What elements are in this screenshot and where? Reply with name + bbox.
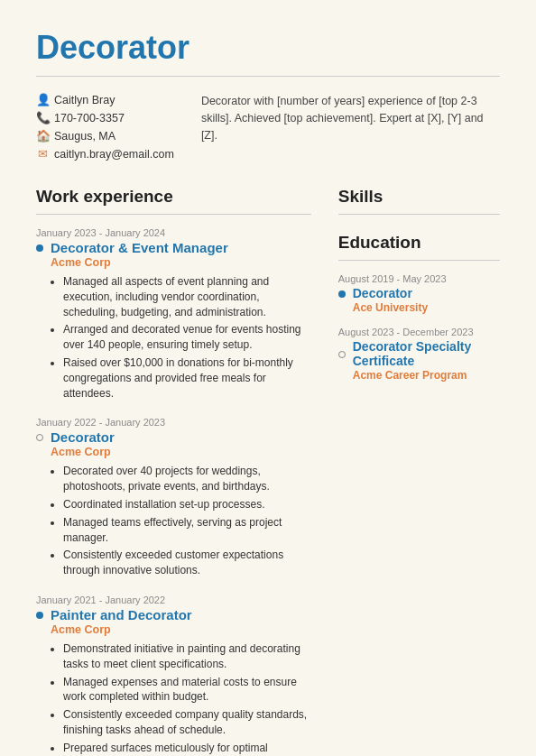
contact-name-row: 👤 Caitlyn Bray bbox=[36, 93, 174, 106]
bullet-1-2: Arranged and decorated venue for events … bbox=[63, 322, 311, 353]
work-experience-title: Work experience bbox=[36, 187, 311, 207]
edu-institution-2: Acme Career Program bbox=[353, 369, 500, 382]
education-section: Education August 2019 - May 2023 Decorat… bbox=[338, 233, 500, 382]
company-name-1: Acme Corp bbox=[51, 256, 311, 269]
bullet-1-1: Managed all aspects of event planning an… bbox=[63, 274, 311, 319]
job-title-row-1: Decorator & Event Manager bbox=[36, 240, 311, 255]
phone-icon: 📞 bbox=[36, 111, 49, 124]
job-title-row-3: Painter and Decorator bbox=[36, 607, 311, 622]
contact-location: Saugus, MA bbox=[54, 130, 116, 143]
bullet-3-4: Prepared surfaces meticulously for optim… bbox=[63, 741, 311, 756]
bullet-3-1: Demonstrated initiative in painting and … bbox=[63, 641, 311, 672]
job-title-3: Painter and Decorator bbox=[51, 607, 192, 622]
bullet-2-4: Consistently exceeded customer expectati… bbox=[63, 548, 311, 578]
contact-phone-row: 📞 170-700-3357 bbox=[36, 111, 174, 124]
right-column: Skills Education August 2019 - May 2023 … bbox=[338, 187, 500, 756]
edu-date-2: August 2023 - December 2023 bbox=[338, 327, 500, 337]
job-title-row-2: Decorator bbox=[36, 429, 311, 445]
contact-section: 👤 Caitlyn Bray 📞 170-700-3357 🏠 Saugus, … bbox=[36, 93, 500, 165]
job-block-3: January 2021 - January 2022 Painter and … bbox=[36, 595, 311, 756]
skills-divider bbox=[338, 214, 500, 215]
job-bullets-3: Demonstrated initiative in painting and … bbox=[51, 641, 311, 756]
bullet-3-2: Managed expenses and material costs to e… bbox=[63, 675, 311, 705]
skills-title: Skills bbox=[338, 187, 500, 207]
person-icon: 👤 bbox=[36, 93, 49, 106]
bullet-3-3: Consistently exceeded company quality st… bbox=[63, 707, 311, 738]
bullet-2-1: Decorated over 40 projects for weddings,… bbox=[63, 464, 311, 494]
job-bullets-1: Managed all aspects of event planning an… bbox=[51, 274, 311, 401]
bullet-1-3: Raised over $10,000 in donations for bi-… bbox=[63, 355, 311, 401]
left-column: Work experience January 2023 - January 2… bbox=[36, 187, 311, 756]
bullet-filled-3 bbox=[36, 612, 43, 619]
contact-name: Caitlyn Bray bbox=[54, 94, 115, 106]
edu-title-row-1: Decorator bbox=[338, 286, 500, 300]
contact-email-row: ✉ caitlyn.bray@email.com bbox=[36, 147, 174, 161]
edu-degree-2: Decorator Specialty Certificate bbox=[353, 339, 500, 368]
edu-block-2: August 2023 - December 2023 Decorator Sp… bbox=[338, 327, 500, 382]
bullet-hollow-2 bbox=[36, 434, 43, 441]
edu-degree-1: Decorator bbox=[353, 286, 412, 300]
job-block-1: January 2023 - January 2024 Decorator & … bbox=[36, 227, 311, 401]
location-icon: 🏠 bbox=[36, 129, 49, 143]
bullet-2-2: Coordinated installation set-up processe… bbox=[63, 497, 311, 512]
edu-bullet-hollow-2 bbox=[338, 351, 346, 358]
edu-title-row-2: Decorator Specialty Certificate bbox=[338, 339, 500, 368]
bullet-filled-1 bbox=[36, 244, 43, 252]
contact-phone: 170-700-3357 bbox=[54, 112, 125, 124]
bullet-2-3: Managed teams effectively, serving as pr… bbox=[63, 515, 311, 546]
edu-date-1: August 2019 - May 2023 bbox=[338, 273, 500, 284]
resume-title: Decorator bbox=[36, 29, 500, 67]
edu-bullet-filled-1 bbox=[338, 290, 346, 298]
job-block-2: January 2022 - January 2023 Decorator Ac… bbox=[36, 417, 311, 578]
job-date-1: January 2023 - January 2024 bbox=[36, 227, 311, 238]
job-title-1: Decorator & Event Manager bbox=[51, 240, 228, 255]
education-divider bbox=[338, 260, 500, 261]
education-title: Education bbox=[338, 233, 500, 253]
job-title-2: Decorator bbox=[51, 429, 115, 445]
title-divider bbox=[36, 76, 500, 77]
company-name-2: Acme Corp bbox=[51, 446, 311, 458]
contact-details: 👤 Caitlyn Bray 📞 170-700-3357 🏠 Saugus, … bbox=[36, 93, 174, 165]
edu-block-1: August 2019 - May 2023 Decorator Ace Uni… bbox=[338, 273, 500, 314]
contact-email: caitlyn.bray@email.com bbox=[54, 148, 174, 161]
contact-location-row: 🏠 Saugus, MA bbox=[36, 129, 174, 143]
company-name-3: Acme Corp bbox=[51, 623, 311, 636]
main-layout: Work experience January 2023 - January 2… bbox=[36, 187, 500, 756]
edu-institution-1: Ace University bbox=[353, 301, 500, 314]
contact-summary: Decorator with [number of years] experie… bbox=[201, 93, 500, 165]
skills-section: Skills bbox=[338, 187, 500, 215]
work-divider bbox=[36, 214, 311, 215]
email-icon: ✉ bbox=[36, 147, 49, 161]
job-date-3: January 2021 - January 2022 bbox=[36, 595, 311, 605]
job-bullets-2: Decorated over 40 projects for weddings,… bbox=[51, 464, 311, 578]
job-date-2: January 2022 - January 2023 bbox=[36, 417, 311, 428]
